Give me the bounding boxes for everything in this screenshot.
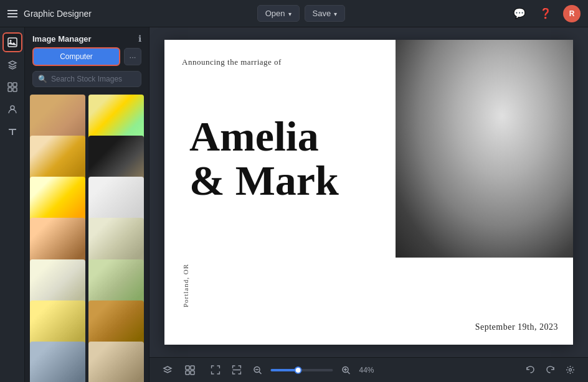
zoom-slider-container	[271, 369, 333, 371]
card-date: September 19th, 2023	[475, 322, 558, 332]
fit-page-icon[interactable]	[207, 362, 224, 378]
grid-toggle-icon[interactable]	[182, 362, 198, 378]
sidebar-item-layers[interactable]	[2, 55, 22, 75]
canvas-document: Announcing the marriage of Amelia & Mark…	[164, 40, 573, 345]
card-location: Portland, OR	[182, 264, 189, 307]
svg-rect-4	[8, 88, 12, 91]
svg-rect-3	[13, 83, 17, 86]
hamburger-icon[interactable]	[7, 10, 17, 17]
canvas-container[interactable]: Announcing the marriage of Amelia & Mark…	[149, 27, 588, 357]
bottom-left-tools	[159, 362, 198, 378]
help-icon[interactable]: ❓	[537, 5, 554, 22]
zoom-out-button[interactable]	[250, 362, 266, 378]
save-chevron-icon	[334, 9, 337, 18]
image-thumbnail[interactable]	[30, 342, 85, 382]
svg-line-16	[348, 371, 350, 374]
chat-icon[interactable]: 💬	[511, 5, 528, 22]
panel-actions: Computer ···	[25, 47, 149, 71]
card-top-text: Announcing the marriage of	[182, 57, 282, 67]
sidebar-item-people[interactable]	[2, 100, 22, 119]
computer-button[interactable]: Computer	[32, 47, 120, 66]
svg-rect-5	[13, 88, 17, 91]
svg-rect-0	[8, 38, 17, 47]
svg-point-1	[9, 40, 11, 42]
sidebar-item-images[interactable]	[2, 32, 22, 52]
svg-rect-10	[191, 371, 194, 375]
info-icon[interactable]: ℹ	[138, 34, 141, 44]
zoom-in-button[interactable]	[338, 362, 354, 378]
icon-rail	[0, 27, 25, 382]
search-icon: 🔍	[38, 75, 47, 83]
zoom-value: 44%	[359, 366, 381, 375]
card-name-line2: & Mark	[189, 159, 339, 203]
image-manager-panel: Image Manager ℹ Computer ··· 🔍	[25, 27, 149, 382]
sidebar-item-text[interactable]	[2, 122, 22, 142]
app-title: Graphic Designer	[24, 9, 92, 19]
card-names: Amelia & Mark	[189, 114, 339, 203]
bottom-bar: 44%	[149, 357, 588, 382]
svg-rect-2	[8, 83, 12, 86]
svg-rect-7	[186, 366, 189, 370]
svg-rect-9	[186, 371, 189, 375]
main-area: Image Manager ℹ Computer ··· 🔍	[0, 27, 588, 382]
open-button[interactable]: Open	[257, 5, 300, 22]
zoom-slider[interactable]	[271, 369, 333, 371]
open-chevron-icon	[288, 9, 292, 18]
card-photo-image	[396, 40, 573, 258]
panel-header: Image Manager ℹ	[25, 27, 149, 47]
zoom-controls: 44%	[207, 362, 381, 378]
search-input[interactable]	[51, 75, 145, 83]
fit-width-icon[interactable]	[229, 362, 245, 378]
svg-point-19	[569, 369, 571, 371]
topbar-right: 💬 ❓ R	[511, 5, 581, 22]
undo-button[interactable]	[522, 362, 538, 378]
layers-toggle-icon[interactable]	[159, 362, 176, 378]
topbar-center: Open Save	[257, 5, 345, 22]
redo-button[interactable]	[542, 362, 558, 378]
topbar: Graphic Designer Open Save 💬 ❓ R	[0, 0, 588, 27]
card-name-line1: Amelia	[189, 114, 339, 159]
save-button[interactable]: Save	[305, 5, 346, 22]
bottom-right-tools	[522, 362, 578, 378]
search-bar: 🔍	[32, 71, 141, 87]
image-grid	[25, 92, 149, 382]
panel-title: Image Manager	[32, 34, 92, 44]
more-button[interactable]: ···	[124, 48, 141, 65]
sidebar-item-grid[interactable]	[2, 77, 22, 97]
image-thumbnail[interactable]	[88, 342, 144, 382]
svg-rect-8	[191, 366, 194, 370]
topbar-left: Graphic Designer	[7, 9, 92, 19]
svg-point-6	[11, 106, 14, 109]
canvas-area: Announcing the marriage of Amelia & Mark…	[149, 27, 588, 382]
card-photo	[396, 40, 573, 258]
zoom-handle	[295, 366, 302, 374]
avatar[interactable]: R	[563, 5, 581, 22]
svg-line-13	[259, 371, 262, 374]
settings-icon[interactable]	[562, 362, 578, 378]
